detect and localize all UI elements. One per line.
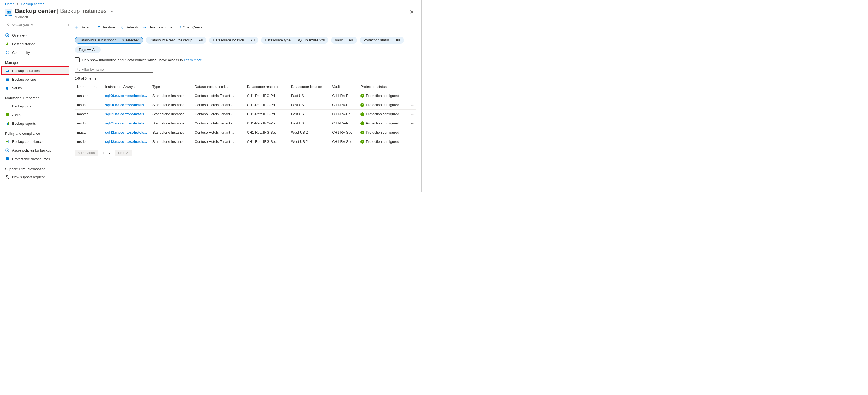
cell-location: East US bbox=[289, 110, 330, 119]
check-icon: ✓ bbox=[361, 103, 364, 107]
sidebar-item-new-support-request[interactable]: New support request bbox=[1, 173, 69, 181]
backup-button[interactable]: Backup bbox=[75, 25, 92, 29]
cell-vault: CH1-RV-Pri bbox=[330, 110, 358, 119]
cell-instance-link[interactable]: sql12.na.contosohotels... bbox=[103, 128, 150, 137]
cell-subscription: Contoso Hotels Tenant -... bbox=[192, 101, 245, 110]
restore-button[interactable]: Restore bbox=[97, 25, 115, 29]
cell-vault: CH1-RV-Pri bbox=[330, 101, 358, 110]
filter-type[interactable]: Datasource type == SQL in Azure VM bbox=[261, 37, 328, 44]
table-row: msdb sql01.na.contosohotels... Standalon… bbox=[75, 119, 416, 128]
cell-subscription: Contoso Hotels Tenant -... bbox=[192, 110, 245, 119]
svg-rect-11 bbox=[6, 78, 9, 81]
col-status[interactable]: Protection status bbox=[358, 83, 408, 91]
cell-location: East US bbox=[289, 119, 330, 128]
cell-name: master bbox=[75, 110, 103, 119]
svg-point-7 bbox=[6, 51, 7, 53]
svg-rect-16 bbox=[6, 113, 9, 116]
check-icon: ✓ bbox=[361, 121, 364, 125]
sidebar-item-overview[interactable]: Overview bbox=[1, 31, 69, 39]
select-columns-button[interactable]: Select columns bbox=[143, 25, 172, 29]
cell-resource: CH1-RetailRG-Sec bbox=[245, 128, 289, 137]
sidebar-item-getting-started[interactable]: Getting started bbox=[1, 39, 69, 48]
nav-label: Backup compliance bbox=[12, 140, 43, 144]
sidebar-item-backup-reports[interactable]: Backup reports bbox=[1, 119, 69, 128]
page-select[interactable]: 1⌄ bbox=[100, 150, 113, 156]
nav-icon bbox=[5, 50, 9, 55]
close-button[interactable]: ✕ bbox=[407, 7, 416, 16]
svg-point-28 bbox=[178, 26, 180, 27]
filter-tags[interactable]: Tags == All bbox=[75, 46, 100, 53]
cell-subscription: Contoso Hotels Tenant -... bbox=[192, 119, 245, 128]
row-menu-button[interactable]: ··· bbox=[408, 128, 416, 137]
col-vault[interactable]: Vault bbox=[330, 83, 358, 91]
access-checkbox[interactable] bbox=[75, 57, 80, 62]
cell-vault: CH1-RV-Pri bbox=[330, 119, 358, 128]
sidebar-item-backup-jobs[interactable]: Backup jobs bbox=[1, 102, 69, 110]
col-subscription[interactable]: Datasource subscri... bbox=[192, 83, 245, 91]
col-type[interactable]: Type bbox=[150, 83, 193, 91]
sidebar-item-community[interactable]: Community bbox=[1, 48, 69, 57]
cell-name: msdb bbox=[75, 137, 103, 146]
sort-icon[interactable]: ↑↓ bbox=[94, 85, 97, 88]
prev-button[interactable]: < Previous bbox=[75, 150, 98, 156]
table-row: msdb sql12.na.contosohotels... Standalon… bbox=[75, 137, 416, 146]
filter-vault[interactable]: Vault == All bbox=[331, 37, 357, 44]
col-resource[interactable]: Datasource resourc... bbox=[245, 83, 289, 91]
nav-label: Vaults bbox=[12, 86, 22, 90]
cell-status: ✓Protection configured bbox=[358, 128, 408, 137]
cell-name: msdb bbox=[75, 119, 103, 128]
cell-instance-link[interactable]: sql01.na.contosohotels... bbox=[103, 119, 150, 128]
sidebar-search[interactable] bbox=[5, 22, 64, 28]
next-button[interactable]: Next > bbox=[115, 150, 132, 156]
cell-instance-link[interactable]: sql00.na.contosohotels... bbox=[103, 91, 150, 101]
nav-icon bbox=[5, 121, 9, 125]
cell-vault: CH1-RV-Pri bbox=[330, 91, 358, 101]
sidebar-item-azure-policies-for-backup[interactable]: Azure policies for backup bbox=[1, 146, 69, 154]
refresh-button[interactable]: Refresh bbox=[120, 25, 138, 29]
filter-protection-status[interactable]: Protection status == All bbox=[360, 37, 404, 44]
cell-resource: CH1-RetailRG-Pri bbox=[245, 119, 289, 128]
sidebar: « OverviewGetting startedCommunity Manag… bbox=[0, 22, 70, 192]
sidebar-collapse[interactable]: « bbox=[67, 23, 69, 27]
more-button[interactable]: ··· bbox=[111, 7, 115, 14]
row-menu-button[interactable]: ··· bbox=[408, 119, 416, 128]
row-menu-button[interactable]: ··· bbox=[408, 137, 416, 146]
name-filter[interactable] bbox=[75, 66, 153, 73]
sidebar-item-backup-policies[interactable]: Backup policies bbox=[1, 75, 69, 84]
col-location[interactable]: Datasource location bbox=[289, 83, 330, 91]
open-query-button[interactable]: Open Query bbox=[177, 25, 202, 29]
cell-instance-link[interactable]: sql01.na.contosohotels... bbox=[103, 110, 150, 119]
toolbar: Backup Restore Refresh Select columns Op… bbox=[75, 22, 416, 33]
cell-location: West US 2 bbox=[289, 128, 330, 137]
sidebar-item-protectable-datasources[interactable]: Protectable datasources bbox=[1, 154, 69, 163]
breadcrumb-current[interactable]: Backup center bbox=[21, 2, 44, 6]
filter-resource-group[interactable]: Datasource resource group == All bbox=[146, 37, 207, 44]
sidebar-search-input[interactable] bbox=[11, 23, 62, 27]
breadcrumb-home[interactable]: Home bbox=[5, 2, 14, 6]
cell-instance-link[interactable]: sql00.na.contosohotels... bbox=[103, 101, 150, 110]
breadcrumb: Home > Backup center bbox=[0, 0, 421, 6]
svg-rect-18 bbox=[7, 122, 7, 125]
cell-instance-link[interactable]: sql12.na.contosohotels... bbox=[103, 137, 150, 146]
cell-status: ✓Protection configured bbox=[358, 110, 408, 119]
col-name[interactable]: Name↑↓ bbox=[75, 83, 103, 91]
filter-location[interactable]: Datasource location == All bbox=[209, 37, 258, 44]
filter-subscription[interactable]: Datasource subscription == 3 selected bbox=[75, 37, 143, 44]
sidebar-item-backup-compliance[interactable]: Backup compliance bbox=[1, 137, 69, 146]
row-menu-button[interactable]: ··· bbox=[408, 91, 416, 101]
check-icon: ✓ bbox=[361, 94, 364, 98]
learn-more-link[interactable]: Learn more. bbox=[184, 58, 203, 62]
sidebar-item-vaults[interactable]: Vaults bbox=[1, 84, 69, 92]
sidebar-item-alerts[interactable]: Alerts bbox=[1, 110, 69, 119]
nav-label: Azure policies for backup bbox=[12, 148, 51, 152]
svg-rect-0 bbox=[7, 11, 10, 13]
page-subtitle: | Backup instances bbox=[57, 7, 106, 15]
sidebar-item-backup-instances[interactable]: Backup instances bbox=[1, 66, 69, 75]
svg-point-22 bbox=[7, 150, 8, 151]
row-menu-button[interactable]: ··· bbox=[408, 101, 416, 110]
name-filter-input[interactable] bbox=[81, 67, 151, 72]
row-menu-button[interactable]: ··· bbox=[408, 110, 416, 119]
cell-name: master bbox=[75, 91, 103, 101]
col-instance[interactable]: Instance or Always ... bbox=[103, 83, 150, 91]
table-row: master sql00.na.contosohotels... Standal… bbox=[75, 91, 416, 101]
